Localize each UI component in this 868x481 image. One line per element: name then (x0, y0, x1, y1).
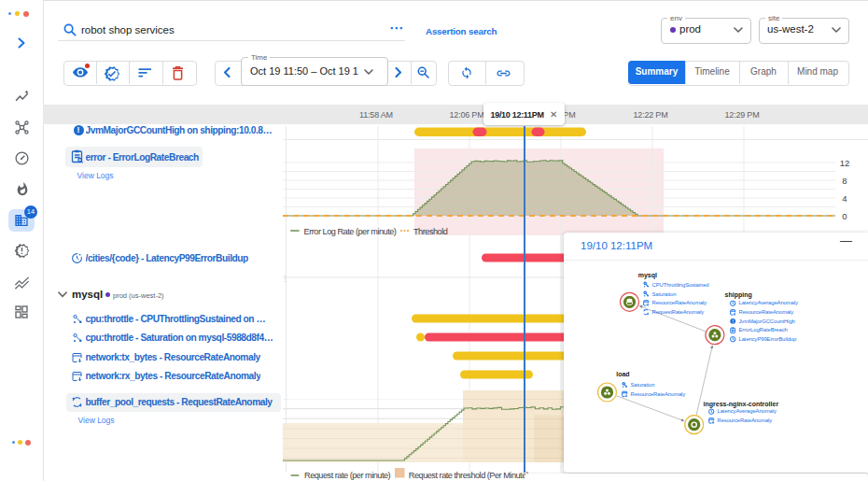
svg-text:ResourceRateAnomaly: ResourceRateAnomaly (652, 300, 707, 305)
svg-text:load: load (616, 371, 629, 377)
svg-text:CPUThrottlingSustained: CPUThrottlingSustained (652, 282, 709, 288)
svg-text:Request rate threshold (Per Mi: Request rate threshold (Per Minute) (409, 471, 529, 480)
svg-text:ResourceRateAnomaly: ResourceRateAnomaly (631, 391, 686, 397)
svg-text:ErrorLogRateBreach: ErrorLogRateBreach (739, 327, 788, 332)
svg-text:Threshold: Threshold (413, 227, 448, 236)
svg-text:Saturation: Saturation (652, 291, 677, 297)
svg-text:shipping: shipping (725, 291, 752, 299)
svg-text:JvmMajorGCCountHigh: JvmMajorGCCountHigh (739, 318, 795, 324)
svg-text:LatencyP99ErrorBuildup: LatencyP99ErrorBuildup (739, 336, 797, 342)
svg-text:ResourceRateAnomaly: ResourceRateAnomaly (718, 417, 773, 423)
svg-text:ResourceRateAnomaly: ResourceRateAnomaly (739, 309, 794, 315)
svg-text:Request rate (per minute): Request rate (per minute) (304, 471, 391, 480)
svg-text:ingress-nginx-controller: ingress-nginx-controller (704, 401, 779, 408)
svg-text:mysql: mysql (638, 272, 657, 279)
svg-text:Error Log Rate (per minute): Error Log Rate (per minute) (304, 227, 397, 236)
svg-text:Saturation: Saturation (631, 382, 655, 388)
svg-text:LatencyAverageAnomaly: LatencyAverageAnomaly (739, 300, 798, 305)
svg-text:LatencyAverageAnomaly: LatencyAverageAnomaly (718, 408, 777, 414)
svg-text:RequestRateAnomaly: RequestRateAnomaly (652, 309, 705, 315)
